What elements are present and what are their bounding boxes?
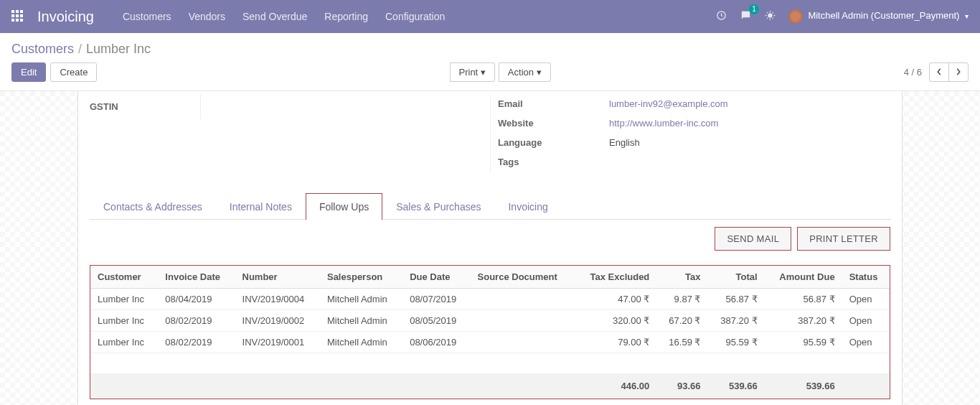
col-amount-due[interactable]: Amount Due [765, 266, 842, 289]
tab-invoicing[interactable]: Invoicing [494, 193, 561, 220]
col-tax[interactable]: Tax [656, 266, 707, 289]
cell-amount-due: 387.20 ₹ [765, 310, 842, 332]
send-mail-button[interactable]: SEND MAIL [715, 227, 791, 251]
svg-rect-8 [20, 19, 23, 22]
breadcrumb-current: Lumber Inc [86, 42, 151, 57]
cell-source-document [471, 289, 575, 310]
print-letter-button[interactable]: PRINT LETTER [797, 227, 890, 251]
table-spacer [90, 353, 890, 373]
menu-vendors[interactable]: Vendors [189, 11, 225, 22]
menu-send-overdue[interactable]: Send Overdue [242, 11, 307, 22]
cell-status: Open [842, 310, 890, 332]
cell-customer: Lumber Inc [90, 332, 158, 353]
app-brand[interactable]: Invoicing [37, 9, 94, 25]
menu-customers[interactable]: Customers [123, 11, 171, 22]
main-menu: Customers Vendors Send Overdue Reporting… [123, 11, 445, 22]
cell-invoice-date: 08/02/2019 [158, 332, 235, 353]
chevron-left-icon [936, 68, 942, 75]
edit-button[interactable]: Edit [11, 62, 46, 82]
cell-status: Open [842, 289, 890, 310]
avatar-icon [788, 9, 803, 24]
breadcrumb-parent[interactable]: Customers [11, 42, 74, 57]
pager-text: 4 / 6 [904, 67, 922, 78]
table-row[interactable]: Lumber Inc08/02/2019INV/2019/0001Mitchel… [90, 332, 890, 353]
svg-rect-4 [16, 14, 19, 17]
tags-value [609, 157, 890, 167]
cell-customer: Lumber Inc [90, 310, 158, 332]
apps-icon[interactable] [11, 10, 24, 23]
cell-salesperson: Mitchell Admin [320, 289, 402, 310]
cell-total: 56.87 ₹ [708, 289, 765, 310]
email-value[interactable]: lumber-inv92@example.com [609, 98, 890, 109]
tab-internal-notes[interactable]: Internal Notes [216, 193, 306, 220]
cell-number: INV/2019/0002 [235, 310, 320, 332]
print-dropdown[interactable]: Print ▾ [451, 62, 495, 82]
website-value[interactable]: http://www.lumber-inc.com [609, 118, 890, 129]
total-amount-due: 539.66 [765, 373, 842, 399]
followup-table: Customer Invoice Date Number Salesperson… [90, 265, 890, 399]
svg-rect-1 [16, 10, 19, 13]
tab-contacts-addresses[interactable]: Contacts & Addresses [90, 193, 216, 220]
gstin-label: GSTIN [90, 94, 201, 119]
tabs: Contacts & Addresses Internal Notes Foll… [90, 193, 890, 220]
tab-follow-ups[interactable]: Follow Ups [306, 193, 382, 220]
control-bar: Edit Create Print ▾ Action ▾ 4 / 6 [0, 60, 980, 91]
tags-label: Tags [498, 157, 609, 167]
cell-amount-due: 56.87 ₹ [765, 289, 842, 310]
col-due-date[interactable]: Due Date [402, 266, 470, 289]
chat-badge: 1 [749, 4, 759, 14]
tab-sales-purchases[interactable]: Sales & Purchases [382, 193, 494, 220]
cell-tax: 9.87 ₹ [656, 289, 707, 310]
col-invoice-date[interactable]: Invoice Date [158, 266, 235, 289]
svg-rect-6 [11, 19, 14, 22]
cell-invoice-date: 08/04/2019 [158, 289, 235, 310]
svg-rect-2 [20, 10, 23, 13]
caret-down-icon: ▾ [965, 12, 969, 20]
cell-number: INV/2019/0004 [235, 289, 320, 310]
svg-rect-5 [20, 14, 23, 17]
svg-rect-3 [11, 14, 14, 17]
table-row[interactable]: Lumber Inc08/04/2019INV/2019/0004Mitchel… [90, 289, 890, 310]
svg-point-10 [768, 13, 772, 17]
cell-total: 387.20 ₹ [708, 310, 765, 332]
caret-down-icon: ▾ [481, 67, 486, 78]
topbar-right: 1 Mitchell Admin (Customer_Payment) ▾ [716, 9, 969, 24]
clock-icon[interactable] [716, 10, 727, 23]
cell-status: Open [842, 332, 890, 353]
followup-panel: SEND MAIL PRINT LETTER Customer Invoice … [90, 220, 890, 399]
chevron-right-icon [956, 68, 961, 75]
svg-rect-7 [16, 19, 19, 22]
cell-tax: 16.59 ₹ [656, 332, 707, 353]
col-salesperson[interactable]: Salesperson [320, 266, 402, 289]
language-value: English [609, 137, 890, 148]
col-tax-excluded[interactable]: Tax Excluded [575, 266, 656, 289]
chat-icon[interactable]: 1 [740, 9, 752, 24]
cell-number: INV/2019/0001 [235, 332, 320, 353]
pager-prev-button[interactable] [929, 62, 949, 82]
col-source-document[interactable]: Source Document [471, 266, 575, 289]
form-sheet: GSTIN Email lumber-inv92@example.com Web… [77, 91, 903, 405]
cell-due-date: 08/07/2019 [402, 289, 470, 310]
pager-next-button[interactable] [948, 62, 969, 82]
col-total[interactable]: Total [708, 266, 765, 289]
col-number[interactable]: Number [235, 266, 320, 289]
print-label: Print [459, 67, 479, 78]
svg-rect-0 [11, 10, 14, 13]
create-button[interactable]: Create [50, 62, 97, 82]
language-label: Language [498, 137, 609, 148]
cell-tax-excluded: 47.00 ₹ [575, 289, 656, 310]
action-label: Action [508, 67, 534, 78]
menu-configuration[interactable]: Configuration [385, 11, 445, 22]
cell-total: 95.59 ₹ [708, 332, 765, 353]
col-customer[interactable]: Customer [90, 266, 158, 289]
action-dropdown[interactable]: Action ▾ [499, 62, 551, 82]
menu-reporting[interactable]: Reporting [324, 11, 368, 22]
content-area: GSTIN Email lumber-inv92@example.com Web… [0, 91, 980, 405]
table-row[interactable]: Lumber Inc08/02/2019INV/2019/0002Mitchel… [90, 310, 890, 332]
user-menu[interactable]: Mitchell Admin (Customer_Payment) ▾ [788, 9, 969, 24]
bug-icon[interactable] [765, 10, 776, 23]
total-tax-excluded: 446.00 [575, 373, 656, 399]
col-status[interactable]: Status [842, 266, 890, 289]
cell-salesperson: Mitchell Admin [320, 332, 402, 353]
pager: 4 / 6 [904, 62, 969, 82]
